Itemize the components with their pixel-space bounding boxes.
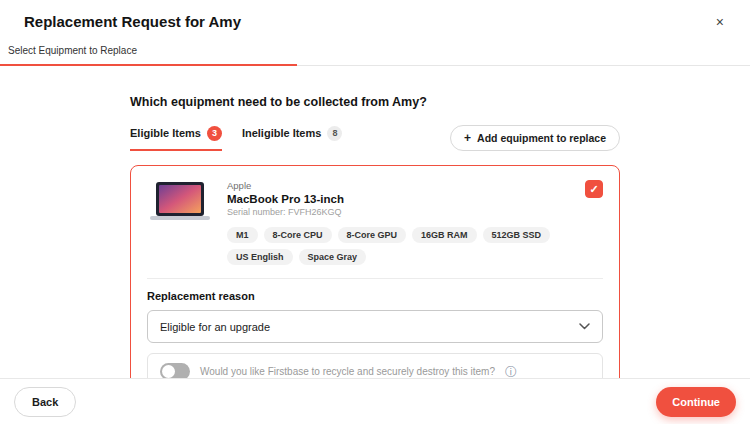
tabs-row: Eligible Items 3 Ineligible Items 8 + Ad…: [130, 125, 620, 151]
plus-icon: +: [464, 132, 471, 144]
card-top: Apple MacBook Pro 13-inch Serial number:…: [147, 180, 603, 265]
tab-ineligible-items[interactable]: Ineligible Items 8: [242, 126, 342, 151]
recycle-toggle[interactable]: [160, 363, 190, 378]
device-info: Apple MacBook Pro 13-inch Serial number:…: [227, 180, 573, 265]
stepper: Select Equipment to Replace: [0, 40, 750, 66]
device-brand: Apple: [227, 180, 573, 191]
spec-chip: US English: [227, 249, 293, 265]
macbook-image: [147, 180, 213, 224]
recycle-label: Would you like Firstbase to recycle and …: [200, 366, 495, 377]
equipment-card-macbook[interactable]: Apple MacBook Pro 13-inch Serial number:…: [130, 165, 620, 378]
device-serial: Serial number: FVFH26KGQ: [227, 207, 573, 217]
spec-chip: 512GB SSD: [483, 227, 551, 243]
toggle-knob: [162, 365, 175, 378]
spec-chip: 8-Core GPU: [338, 227, 407, 243]
back-button[interactable]: Back: [14, 387, 76, 417]
spec-chip: 16GB RAM: [412, 227, 477, 243]
item-checkbox[interactable]: ✓: [585, 180, 603, 198]
add-equipment-button[interactable]: + Add equipment to replace: [450, 125, 620, 151]
tab-label: Ineligible Items: [242, 127, 321, 139]
select-value: Eligible for an upgrade: [160, 321, 270, 333]
tabs: Eligible Items 3 Ineligible Items 8: [130, 126, 342, 151]
question-heading: Which equipment need to be collected fro…: [130, 95, 620, 109]
spec-chips: M1 8-Core CPU 8-Core GPU 16GB RAM 512GB …: [227, 227, 573, 265]
check-icon: ✓: [589, 184, 598, 195]
continue-button[interactable]: Continue: [656, 387, 736, 417]
step-tab-select-equipment[interactable]: Select Equipment to Replace: [0, 40, 297, 66]
content-inner: Which equipment need to be collected fro…: [130, 73, 620, 378]
page-title: Replacement Request for Amy: [24, 13, 241, 30]
content-area: Which equipment need to be collected fro…: [0, 73, 750, 378]
spec-chip: M1: [227, 227, 258, 243]
spec-chip: 8-Core CPU: [264, 227, 332, 243]
add-equipment-label: Add equipment to replace: [477, 132, 606, 144]
device-name: MacBook Pro 13-inch: [227, 193, 573, 205]
spec-chip: Space Gray: [299, 249, 367, 265]
info-icon[interactable]: ⓘ: [505, 366, 517, 378]
replacement-reason-label: Replacement reason: [147, 290, 603, 302]
eligible-count-badge: 3: [207, 126, 222, 141]
divider: [147, 278, 603, 279]
chevron-down-icon: [579, 323, 590, 330]
ineligible-count-badge: 8: [327, 126, 342, 141]
replacement-reason-select[interactable]: Eligible for an upgrade: [147, 310, 603, 343]
modal-header: Replacement Request for Amy ×: [0, 0, 750, 40]
close-icon[interactable]: ×: [710, 13, 730, 31]
tab-eligible-items[interactable]: Eligible Items 3: [130, 126, 222, 151]
tab-label: Eligible Items: [130, 127, 201, 139]
modal-footer: Back Continue: [0, 378, 750, 424]
recycle-option-box: Would you like Firstbase to recycle and …: [147, 353, 603, 378]
